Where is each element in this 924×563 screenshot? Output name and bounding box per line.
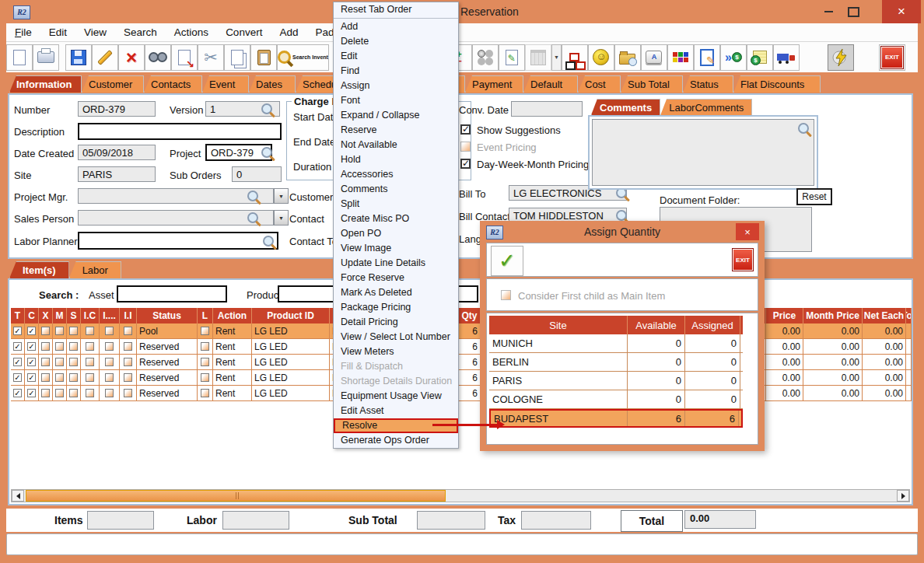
tab-event[interactable]: Event xyxy=(202,75,249,93)
toolbar-print-button[interactable] xyxy=(33,44,59,71)
scroll-right-button[interactable] xyxy=(897,490,909,502)
menu-item-view-image[interactable]: View Image xyxy=(334,241,458,256)
menu-item-update-line-details[interactable]: Update Line Details xyxy=(334,256,458,271)
maximize-button[interactable] xyxy=(842,0,865,23)
item-row-5[interactable]: ✓✓ReservedRentLG LEDLG LED60.000.000.00 xyxy=(11,386,912,401)
checkbox-idot[interactable] xyxy=(105,342,114,351)
comments-search-icon[interactable] xyxy=(798,123,809,134)
checkbox-t[interactable]: ✓ xyxy=(13,342,22,351)
checkbox-c[interactable]: ✓ xyxy=(27,389,36,397)
horizontal-scrollbar[interactable] xyxy=(11,489,910,502)
scroll-left-button[interactable] xyxy=(12,490,24,502)
checkbox-s[interactable] xyxy=(69,389,78,397)
sales-person-dropdown[interactable]: ▼ xyxy=(274,210,289,226)
site-row-budapest[interactable]: BUDAPEST66 xyxy=(489,409,743,428)
description-input[interactable] xyxy=(78,123,282,140)
menubar-item-search[interactable]: Search xyxy=(115,26,166,38)
toolbar-customer-button[interactable]: ☺ xyxy=(588,44,614,71)
menu-item-view-meters[interactable]: View Meters xyxy=(334,344,458,359)
checkbox-m[interactable] xyxy=(55,389,64,397)
menu-item-assign[interactable]: Assign xyxy=(334,79,458,93)
menu-item-mark-as-deleted[interactable]: Mark As Deleted xyxy=(334,285,458,300)
checkbox-s[interactable] xyxy=(69,358,78,366)
close-button[interactable]: × xyxy=(882,0,921,23)
day-week-month-checkbox[interactable]: ✓ xyxy=(460,159,471,169)
menu-item-comments[interactable]: Comments xyxy=(334,182,458,197)
toolbar-pool-status-button[interactable] xyxy=(472,44,499,71)
toolbar-edit-button[interactable] xyxy=(92,44,118,71)
checkbox-t[interactable]: ✓ xyxy=(13,358,22,366)
project-mgr-combo[interactable] xyxy=(78,188,274,204)
checkbox-idot[interactable] xyxy=(105,389,114,397)
checkbox-m[interactable] xyxy=(55,327,64,335)
menubar-item-add[interactable]: Add xyxy=(271,26,306,38)
menu-item-equipment-usage-view[interactable]: Equipment Usage View xyxy=(334,389,458,404)
menu-item-reserve[interactable]: Reserve xyxy=(334,123,458,138)
project-search-icon[interactable] xyxy=(261,147,272,158)
checkbox-x[interactable] xyxy=(41,358,50,366)
checkbox-ii[interactable] xyxy=(124,358,132,366)
menu-item-detail-pricing[interactable]: Detail Pricing xyxy=(334,315,458,330)
menu-item-force-reserve[interactable]: Force Reserve xyxy=(334,271,458,285)
checkbox-s[interactable] xyxy=(69,327,78,335)
checkbox-ii[interactable] xyxy=(124,342,132,351)
site-row-berlin[interactable]: BERLIN00 xyxy=(489,353,743,372)
comments-textarea[interactable] xyxy=(592,119,814,186)
menu-item-edit-asset[interactable]: Edit Asset xyxy=(334,404,458,418)
menu-item-font[interactable]: Font xyxy=(334,93,458,108)
toolbar-find-button[interactable] xyxy=(145,44,171,71)
menu-item-delete[interactable]: Delete xyxy=(334,34,458,49)
menubar-item-convert[interactable]: Convert xyxy=(217,26,271,38)
toolbar-copy-button[interactable] xyxy=(224,44,250,71)
site-row-paris[interactable]: PARIS00 xyxy=(489,372,743,390)
checkbox-s[interactable] xyxy=(69,373,78,382)
bill-contact-search-icon[interactable] xyxy=(616,210,627,221)
checkbox-ii[interactable] xyxy=(124,373,132,382)
checkbox-t[interactable]: ✓ xyxy=(13,373,22,382)
menu-item-split[interactable]: Split xyxy=(334,197,458,212)
tab-dates[interactable]: Dates xyxy=(249,75,296,93)
menu-item-find[interactable]: Find xyxy=(334,64,458,79)
project-mgr-search-icon[interactable] xyxy=(247,191,258,201)
tab-cost[interactable]: Cost xyxy=(578,75,621,93)
toolbar-shortcut-key-button[interactable]: A xyxy=(641,44,667,71)
toolbar-notes-button[interactable] xyxy=(499,44,525,71)
checkbox-m[interactable] xyxy=(55,342,64,351)
menu-item-create-misc-po[interactable]: Create Misc PO xyxy=(334,212,458,226)
checkbox-idot[interactable] xyxy=(105,373,114,382)
toolbar-paste-button[interactable] xyxy=(250,44,277,71)
checkbox-l[interactable] xyxy=(201,373,209,382)
checkbox-ii[interactable] xyxy=(124,389,132,397)
toolbar-search-inventory-button[interactable]: Search Invent xyxy=(277,44,329,71)
menubar-item-edit[interactable]: Edit xyxy=(40,26,75,38)
toolbar-delete-button[interactable]: × xyxy=(118,44,145,71)
toolbar-edit-note-button[interactable] xyxy=(694,44,720,71)
checkbox-c[interactable]: ✓ xyxy=(27,358,36,366)
checkbox-idot[interactable] xyxy=(105,327,114,335)
checkbox-ic[interactable] xyxy=(86,327,94,335)
toolbar-paste-special-button[interactable]: ↘ xyxy=(171,44,198,71)
menu-item-reset-tab-order[interactable]: Reset Tab Order xyxy=(334,2,458,17)
item-row-1[interactable]: ✓✓PoolRentLG LEDLG LED60.000.000.00 xyxy=(11,323,912,339)
checkbox-l[interactable] xyxy=(201,389,209,397)
checkbox-c[interactable]: ✓ xyxy=(27,373,36,382)
toolbar-new-document-button[interactable] xyxy=(6,44,33,71)
checkbox-m[interactable] xyxy=(55,373,64,382)
tab-customer[interactable]: Customer xyxy=(82,75,144,93)
toolbar-cut-button[interactable]: ✂ xyxy=(198,44,224,71)
tab-information[interactable]: Information xyxy=(9,75,82,93)
menu-item-accessories[interactable]: Accessories xyxy=(334,167,458,182)
checkbox-l[interactable] xyxy=(201,342,209,351)
tab-labor-comments[interactable]: LaborComments xyxy=(660,99,752,115)
toolbar-exit-button[interactable]: EXIT xyxy=(879,44,905,71)
tab-labor[interactable]: Labor xyxy=(69,261,121,278)
tab-sub-total[interactable]: Sub Total xyxy=(621,75,683,93)
checkbox-c[interactable]: ✓ xyxy=(27,327,36,335)
dialog-confirm-button[interactable]: ✓ xyxy=(491,246,523,276)
checkbox-s[interactable] xyxy=(69,342,78,351)
checkbox-x[interactable] xyxy=(41,327,50,335)
checkbox-ic[interactable] xyxy=(86,358,94,366)
sales-person-search-icon[interactable] xyxy=(247,212,258,223)
event-pricing-checkbox[interactable] xyxy=(460,142,471,152)
menu-item-open-po[interactable]: Open PO xyxy=(334,226,458,241)
